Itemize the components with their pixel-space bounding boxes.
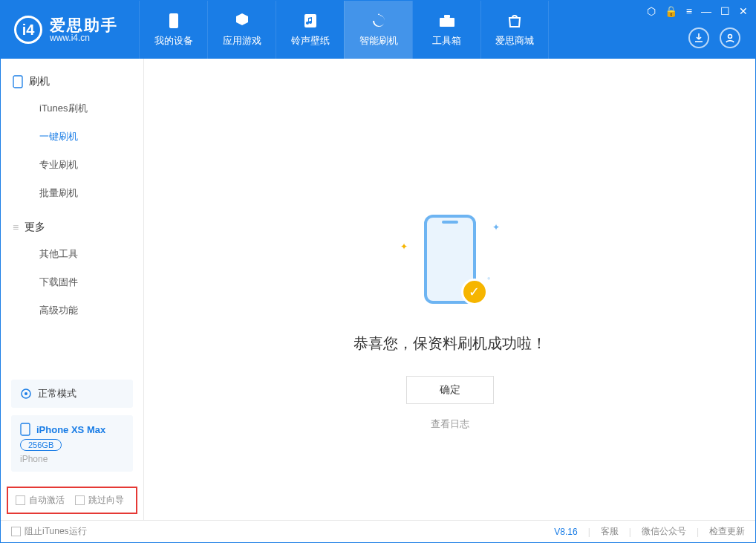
user-button[interactable] xyxy=(720,27,740,48)
main-content: ✦ ✦ ● ✓ 恭喜您，保资料刷机成功啦！ 确定 查看日志 xyxy=(144,59,755,520)
app-header: i4 爱思助手 www.i4.cn 我的设备 应用游戏 铃声壁纸 智能刷机 工具… xyxy=(1,1,755,59)
sidebar-group-more[interactable]: ≡ 更多 xyxy=(1,215,143,240)
bag-icon xyxy=(506,12,524,30)
sidebar-item-advanced[interactable]: 高级功能 xyxy=(1,296,143,325)
checkbox-icon xyxy=(16,495,25,505)
checkbox-icon xyxy=(11,527,21,536)
device-capacity: 256GB xyxy=(20,439,62,451)
separator: | xyxy=(629,527,631,537)
sidebar-item-pro-flash[interactable]: 专业刷机 xyxy=(1,151,143,179)
separator: | xyxy=(588,527,590,537)
maximize-button[interactable]: ☐ xyxy=(720,5,730,17)
sidebar-item-other-tools[interactable]: 其他工具 xyxy=(1,240,143,268)
download-button[interactable] xyxy=(688,27,709,48)
music-icon xyxy=(302,12,319,30)
nav-store[interactable]: 爱思商城 xyxy=(480,1,549,59)
sidebar: 刷机 iTunes刷机 一键刷机 专业刷机 批量刷机 ≡ 更多 其他工具 下载固… xyxy=(1,59,144,520)
status-bar: 阻止iTunes运行 V8.16 | 客服 | 微信公众号 | 检查更新 xyxy=(1,520,755,542)
mode-label: 正常模式 xyxy=(38,387,76,400)
list-icon: ≡ xyxy=(13,221,19,233)
svg-point-7 xyxy=(25,392,27,395)
success-message: 恭喜您，保资料刷机成功啦！ xyxy=(353,334,547,354)
svg-rect-2 xyxy=(440,18,454,27)
nav-label: 我的设备 xyxy=(154,34,193,48)
nav-label: 铃声壁纸 xyxy=(291,34,330,48)
device-info[interactable]: iPhone XS Max 256GB iPhone xyxy=(11,415,133,472)
app-name: 爱思助手 xyxy=(50,16,118,33)
app-logo: i4 爱思助手 www.i4.cn xyxy=(1,1,131,59)
checkbox-skip-guide[interactable]: 跳过向导 xyxy=(75,494,124,507)
nav-my-device[interactable]: 我的设备 xyxy=(139,1,207,59)
nav-label: 工具箱 xyxy=(432,34,461,48)
nav-flash[interactable]: 智能刷机 xyxy=(344,1,412,59)
minimize-button[interactable]: — xyxy=(701,5,711,17)
menu-icon[interactable]: ≡ xyxy=(686,5,692,17)
group-title: 更多 xyxy=(25,221,45,234)
nav-label: 智能刷机 xyxy=(359,34,398,48)
svg-rect-8 xyxy=(21,423,30,435)
status-link-update[interactable]: 检查更新 xyxy=(709,525,745,538)
separator: | xyxy=(697,527,699,537)
window-controls: ⬡ 🔒 ≡ — ☐ ✕ xyxy=(647,5,748,17)
device-type: iPhone xyxy=(20,454,48,464)
ok-button[interactable]: 确定 xyxy=(406,376,494,404)
device-name: iPhone XS Max xyxy=(36,424,105,435)
success-illustration: ✦ ✦ ● ✓ xyxy=(387,207,513,311)
status-link-support[interactable]: 客服 xyxy=(601,525,619,538)
app-url: www.i4.cn xyxy=(50,33,118,43)
checkbox-icon xyxy=(75,495,85,505)
shirt-icon[interactable]: ⬡ xyxy=(647,5,656,17)
sidebar-item-download-firmware[interactable]: 下载固件 xyxy=(1,268,143,296)
svg-point-4 xyxy=(729,35,732,39)
refresh-icon xyxy=(370,12,388,30)
sidebar-item-oneclick-flash[interactable]: 一键刷机 xyxy=(1,123,143,151)
nav-label: 应用游戏 xyxy=(223,34,261,48)
sidebar-item-batch-flash[interactable]: 批量刷机 xyxy=(1,179,143,207)
checkbox-block-itunes[interactable]: 阻止iTunes运行 xyxy=(11,525,87,538)
nav-toolbox[interactable]: 工具箱 xyxy=(412,1,480,59)
check-badge-icon: ✓ xyxy=(461,279,488,305)
close-button[interactable]: ✕ xyxy=(739,5,748,17)
flash-options-highlighted: 自动激活 跳过向导 xyxy=(7,487,137,514)
device-icon xyxy=(165,12,183,30)
dot-icon: ● xyxy=(487,275,491,282)
view-log-link[interactable]: 查看日志 xyxy=(431,417,469,431)
sidebar-device-panel: 正常模式 iPhone XS Max 256GB iPhone xyxy=(1,372,143,487)
sparkle-icon: ✦ xyxy=(400,241,408,252)
version-label: V8.16 xyxy=(554,527,577,537)
sparkle-icon: ✦ xyxy=(492,222,500,233)
toolbox-icon xyxy=(438,12,456,30)
sidebar-item-itunes-flash[interactable]: iTunes刷机 xyxy=(1,94,143,123)
status-link-wechat[interactable]: 微信公众号 xyxy=(642,525,686,538)
group-title: 刷机 xyxy=(29,75,50,88)
device-mode[interactable]: 正常模式 xyxy=(11,380,133,408)
nav-label: 爱思商城 xyxy=(495,34,534,48)
nav-ringtones[interactable]: 铃声壁纸 xyxy=(276,1,344,59)
device-phone-icon xyxy=(20,423,30,436)
main-nav: 我的设备 应用游戏 铃声壁纸 智能刷机 工具箱 爱思商城 xyxy=(139,1,549,59)
svg-rect-3 xyxy=(444,15,450,18)
header-actions xyxy=(688,27,740,48)
app-body: 刷机 iTunes刷机 一键刷机 专业刷机 批量刷机 ≡ 更多 其他工具 下载固… xyxy=(1,59,755,520)
phone-icon xyxy=(13,75,23,88)
svg-rect-5 xyxy=(13,76,22,88)
checkbox-label: 自动激活 xyxy=(29,494,65,507)
mode-icon xyxy=(20,388,32,400)
checkbox-label: 阻止iTunes运行 xyxy=(25,525,87,538)
checkbox-auto-activate[interactable]: 自动激活 xyxy=(16,494,65,507)
sidebar-group-flash[interactable]: 刷机 xyxy=(1,69,143,94)
lock-icon[interactable]: 🔒 xyxy=(665,5,677,17)
cube-icon xyxy=(233,12,251,30)
logo-icon: i4 xyxy=(14,16,42,44)
nav-apps[interactable]: 应用游戏 xyxy=(207,1,276,59)
svg-rect-1 xyxy=(304,14,316,27)
checkbox-label: 跳过向导 xyxy=(88,494,124,507)
svg-rect-0 xyxy=(169,13,178,28)
success-panel: ✦ ✦ ● ✓ 恭喜您，保资料刷机成功啦！ 确定 查看日志 xyxy=(353,207,547,431)
